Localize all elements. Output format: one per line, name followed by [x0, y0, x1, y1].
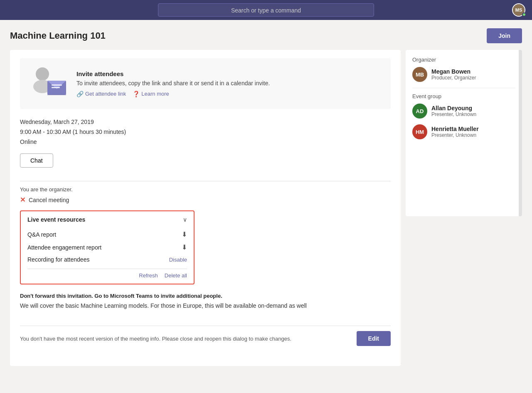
member-role-0: Presenter, Unknown [431, 111, 476, 117]
event-date: Wednesday, March 27, 2019 [20, 117, 391, 127]
scrollbar[interactable] [519, 58, 522, 83]
left-panel: Invite attendees To invite attendees, co… [10, 50, 401, 366]
learn-more-link[interactable]: ❓ Learn more [133, 91, 169, 97]
live-event-resources: Live event resources ∨ Q&A report ⬇ Atte… [20, 210, 195, 284]
event-location: Online [20, 137, 391, 147]
forward-notice-text: Don't forward this invitation. Go to Mic… [20, 293, 222, 299]
event-description: We will cover the basic Machine Learning… [20, 302, 391, 309]
event-group-label: Event group [412, 93, 515, 99]
engagement-report-label: Attendee engagement report [27, 244, 101, 251]
invite-illustration [27, 65, 68, 102]
invite-text: Invite attendees To invite attendees, co… [76, 70, 270, 97]
resource-row-recording: Recording for attendees Disable [27, 254, 187, 265]
live-resources-header[interactable]: Live event resources ∨ [27, 216, 187, 223]
chevron-down-icon: ∨ [183, 216, 187, 223]
search-input[interactable]: Search or type a command [158, 3, 374, 17]
invite-links: 🔗 Get attendee link ❓ Learn more [76, 91, 270, 97]
organizer-note: You are the organizer. [20, 186, 391, 193]
member-name-1: Henrietta Mueller [431, 126, 479, 132]
svg-point-0 [36, 67, 49, 81]
get-attendee-link[interactable]: 🔗 Get attendee link [76, 91, 126, 97]
invite-description: To invite attendees, copy the link and s… [76, 80, 270, 87]
topbar: Search or type a command MS [0, 0, 532, 20]
cancel-meeting-label: Cancel meeting [29, 197, 69, 203]
cancel-icon: ✕ [20, 196, 25, 204]
member-row-0: AD Allan Deyoung Presenter, Unknown [412, 104, 515, 119]
join-button[interactable]: Join [487, 28, 522, 43]
bottom-notice-text: You don't have the most recent version o… [20, 336, 291, 342]
live-resources-title: Live event resources [27, 216, 85, 223]
disable-recording-button[interactable]: Disable [169, 257, 187, 263]
resources-divider [27, 269, 187, 269]
resource-row-engagement: Attendee engagement report ⬇ [27, 241, 187, 254]
event-time: 9:00 AM - 10:30 AM (1 hours 30 minutes) [20, 127, 391, 137]
recording-label: Recording for attendees [27, 256, 89, 263]
chat-button[interactable]: Chat [20, 153, 53, 168]
delete-all-button[interactable]: Delete all [165, 272, 187, 279]
page: Machine Learning 101 Join [0, 20, 532, 393]
page-header: Machine Learning 101 Join [10, 28, 522, 43]
resources-footer: Refresh Delete all [27, 272, 187, 279]
download-engagement-icon[interactable]: ⬇ [182, 243, 187, 251]
member-avatar-1: HM [412, 124, 427, 139]
main-content: Invite attendees To invite attendees, co… [10, 50, 522, 366]
page-title: Machine Learning 101 [10, 30, 106, 41]
member-row-1: HM Henrietta Mueller Presenter, Unknown [412, 124, 515, 139]
organizer-name: Megan Bowen [431, 68, 476, 75]
download-qa-icon[interactable]: ⬇ [182, 230, 187, 238]
divider-1 [20, 181, 391, 181]
section-divider-1 [412, 88, 515, 88]
organizer-avatar: MB [412, 67, 427, 82]
help-icon: ❓ [133, 91, 140, 97]
organizer-row: MB Megan Bowen Producer, Organizer [412, 67, 515, 82]
avatar-status-indicator [522, 12, 526, 17]
organizer-section-label: Organizer [412, 57, 515, 63]
svg-rect-6 [52, 87, 60, 88]
refresh-button[interactable]: Refresh [139, 272, 158, 279]
svg-rect-5 [52, 84, 62, 86]
cancel-meeting-row[interactable]: ✕ Cancel meeting [20, 196, 391, 204]
edit-button[interactable]: Edit [357, 331, 391, 346]
organizer-info: Megan Bowen Producer, Organizer [431, 68, 476, 81]
member-info-1: Henrietta Mueller Presenter, Unknown [431, 126, 479, 138]
member-avatar-0: AD [412, 104, 427, 119]
qa-report-label: Q&A report [27, 231, 56, 238]
event-details: Wednesday, March 27, 2019 9:00 AM - 10:3… [20, 117, 391, 147]
forward-notice: Don't forward this invitation. Go to Mic… [20, 293, 391, 299]
invite-banner: Invite attendees To invite attendees, co… [20, 58, 391, 109]
resource-row-qa: Q&A report ⬇ [27, 228, 187, 241]
link-icon: 🔗 [76, 91, 84, 97]
invite-heading: Invite attendees [76, 70, 270, 77]
member-info-0: Allan Deyoung Presenter, Unknown [431, 105, 476, 117]
right-panel: Organizer MB Megan Bowen Producer, Organ… [406, 50, 522, 216]
member-role-1: Presenter, Unknown [431, 132, 479, 138]
bottom-bar: You don't have the most recent version o… [20, 326, 391, 351]
member-name-0: Allan Deyoung [431, 105, 476, 111]
organizer-role: Producer, Organizer [431, 75, 476, 81]
